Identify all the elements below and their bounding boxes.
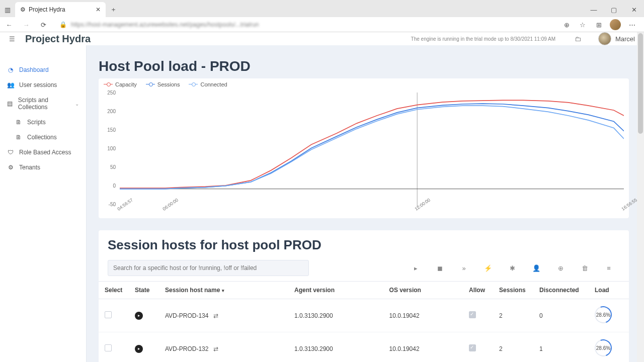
assign-user-button[interactable]: 👤	[525, 261, 547, 275]
th-disconnected[interactable]: Disconnected	[533, 282, 589, 299]
add-button[interactable]: ⊕	[549, 261, 572, 275]
hosts-toolbar: ▸ ◼ » ⚡ ✱ 👤 ⊕ 🗑 ≡	[99, 260, 629, 281]
th-allow[interactable]: Allow	[463, 282, 493, 299]
row-checkbox[interactable]	[105, 344, 112, 351]
sidebar-item-scripts-collections[interactable]: ▤ Scripts and Collections ⌄	[0, 93, 86, 115]
url-input[interactable]: 🔒 https://host-management.azurewebsites.…	[55, 18, 554, 31]
sidebar-item-label: Role Based Access	[19, 149, 71, 156]
allow-checkbox[interactable]	[469, 311, 476, 318]
trial-status: The engine is running in the trial mode …	[411, 36, 555, 42]
user-avatar-icon	[598, 32, 611, 45]
sidebar-item-dashboard[interactable]: ◔ Dashboard	[0, 62, 86, 77]
sessions-count: 2	[493, 332, 533, 363]
sidebar-item-user-sessions[interactable]: 👥 User sessions	[0, 77, 86, 93]
favorite-icon[interactable]: ☆	[578, 20, 588, 30]
maximize-button[interactable]: ▢	[604, 2, 624, 17]
tab-favicon-icon: ⚙	[20, 6, 26, 13]
row-checkbox[interactable]	[105, 311, 112, 318]
search-input[interactable]	[108, 260, 309, 276]
app: ☰ Project Hydra The engine is running in…	[0, 32, 644, 362]
legend-swatch-icon	[146, 82, 155, 86]
back-button[interactable]: ←	[4, 20, 14, 30]
profile-avatar[interactable]	[610, 19, 621, 30]
browser-chrome: ▥ ⚙ Project Hydra ✕ ＋ — ▢ ✕ ← → ⟳ 🔒 http…	[0, 0, 644, 32]
hamburger-icon[interactable]: ☰	[9, 35, 15, 43]
tab-manager-icon[interactable]: ▥	[0, 2, 15, 17]
close-window-button[interactable]: ✕	[624, 2, 644, 17]
sidebar-item-label: Scripts	[27, 119, 46, 126]
os-version: 10.0.19042	[383, 332, 463, 363]
sidebar-item-rbac[interactable]: 🛡 Role Based Access	[0, 145, 86, 160]
chart-area: -50050100150200250 04:56:5706:00:0012:00…	[99, 93, 629, 218]
hosts-card: Session hosts for host pool PROD ▸ ◼ » ⚡…	[99, 230, 629, 362]
folder-icon[interactable]: 🗀	[575, 35, 581, 43]
file-icon: 🗎	[15, 119, 22, 126]
agent-version: 1.0.3130.2900	[288, 332, 383, 363]
host-name: AVD-PROD-134	[165, 312, 208, 319]
delete-button[interactable]: 🗑	[574, 261, 596, 275]
legend-sessions[interactable]: Sessions	[146, 81, 180, 87]
browser-tab[interactable]: ⚙ Project Hydra ✕	[15, 2, 106, 17]
tab-bar: ▥ ⚙ Project Hydra ✕ ＋ — ▢ ✕	[0, 0, 644, 17]
start-button[interactable]: ▸	[405, 261, 427, 275]
sort-icon: ▾	[222, 288, 224, 293]
th-name[interactable]: Session host name ▾	[159, 282, 288, 299]
legend-capacity[interactable]: Capacity	[104, 81, 137, 87]
url-text: https://host-management.azurewebsites.ne…	[71, 21, 259, 28]
new-tab-button[interactable]: ＋	[106, 2, 121, 17]
drain-on-button[interactable]: ⚡	[477, 261, 499, 275]
load-gauge: 28.6%	[592, 303, 614, 326]
minimize-button[interactable]: —	[584, 2, 604, 17]
section-title: Session hosts for host pool PROD	[99, 230, 629, 260]
sidebar-item-label: User sessions	[19, 81, 57, 88]
host-name: AVD-PROD-132	[165, 345, 208, 352]
shield-icon: 🛡	[7, 149, 14, 156]
menu-icon[interactable]: ⋯	[627, 20, 637, 30]
drain-off-button[interactable]: ✱	[501, 261, 523, 275]
sidebar-item-label: Tenants	[19, 164, 40, 171]
chart-legend: Capacity Sessions Connected	[99, 78, 629, 93]
sidebar-item-tenants[interactable]: ⚙ Tenants	[0, 160, 86, 175]
chevron-down-icon: ⌄	[75, 101, 79, 107]
swap-icon[interactable]: ⇄	[213, 312, 218, 319]
tab-title: Project Hydra	[29, 6, 65, 13]
th-sessions[interactable]: Sessions	[493, 282, 533, 299]
reload-button[interactable]: ⟳	[38, 20, 48, 30]
page-title: Host Pool load - PROD	[99, 58, 629, 78]
app-topbar: ☰ Project Hydra The engine is running in…	[0, 32, 644, 45]
extensions-icon[interactable]: ⊞	[594, 20, 604, 30]
dashboard-icon: ◔	[7, 66, 14, 73]
address-bar: ← → ⟳ 🔒 https://host-management.azureweb…	[0, 17, 644, 32]
stop-button[interactable]: ◼	[429, 261, 451, 275]
scripts-icon: ▤	[7, 100, 13, 107]
legend-connected[interactable]: Connected	[189, 81, 227, 87]
os-version: 10.0.19042	[383, 299, 463, 332]
table-row[interactable]: ▸AVD-PROD-132⇄1.0.3130.290010.0.19042212…	[99, 332, 629, 363]
th-os[interactable]: OS version	[383, 282, 463, 299]
hosts-table: Select State Session host name ▾ Agent v…	[99, 281, 629, 362]
th-load[interactable]: Load	[589, 282, 629, 299]
next-button[interactable]: »	[453, 261, 475, 275]
user-area[interactable]: Marcel	[598, 32, 635, 45]
users-icon: 👥	[7, 81, 14, 88]
allow-checkbox[interactable]	[469, 344, 476, 351]
file-icon: 🗎	[15, 134, 22, 141]
th-agent[interactable]: Agent version	[288, 282, 383, 299]
swap-icon[interactable]: ⇄	[213, 345, 218, 352]
th-state[interactable]: State	[129, 282, 159, 299]
sidebar-item-scripts[interactable]: 🗎 Scripts	[0, 115, 86, 130]
sidebar-item-collections[interactable]: 🗎 Collections	[0, 130, 86, 145]
disconnected-count: 1	[533, 332, 589, 363]
sidebar-item-label: Collections	[27, 134, 57, 141]
lock-icon: 🔒	[59, 21, 67, 28]
main-content: Host Pool load - PROD Capacity Sessions …	[87, 45, 644, 362]
sidebar-item-label: Dashboard	[19, 66, 49, 73]
close-icon[interactable]: ✕	[96, 6, 101, 13]
zoom-icon[interactable]: ⊕	[561, 20, 572, 30]
state-running-icon: ▸	[135, 312, 143, 320]
scrollbar[interactable]	[637, 32, 644, 362]
more-button[interactable]: ≡	[598, 261, 620, 275]
th-select[interactable]: Select	[99, 282, 129, 299]
disconnected-count: 0	[533, 299, 589, 332]
table-row[interactable]: ▸AVD-PROD-134⇄1.0.3130.290010.0.19042202…	[99, 299, 629, 332]
